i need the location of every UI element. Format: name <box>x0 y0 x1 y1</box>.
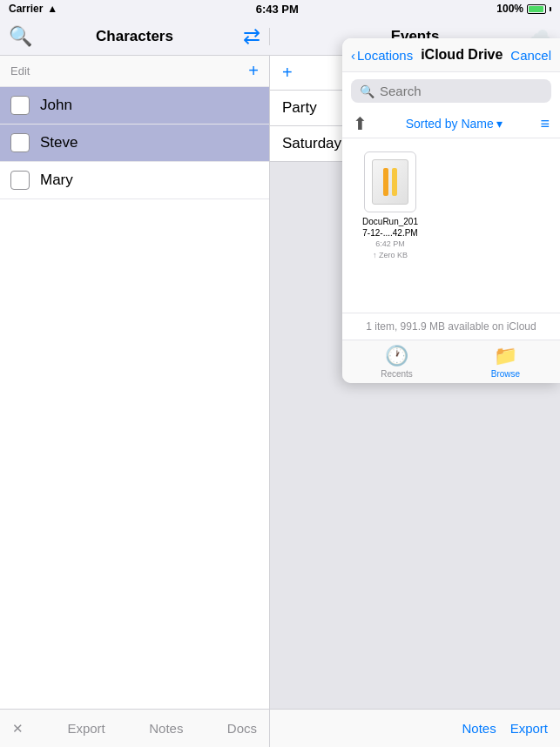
chevron-left-icon: ‹ <box>351 56 355 63</box>
battery-icon <box>527 4 546 14</box>
browse-label: Browse <box>491 369 520 379</box>
stripe-orange <box>383 168 388 196</box>
character-item[interactable]: Steve <box>0 124 269 162</box>
character-checkbox-steve[interactable] <box>10 133 30 152</box>
character-item[interactable]: John <box>0 87 269 124</box>
tab-browse[interactable]: 📁 Browse <box>451 340 560 383</box>
file-meta: 6:42 PM ↑ Zero KB <box>373 239 408 260</box>
file-name: DocuRun_201 7-12-....42.PM <box>362 216 418 239</box>
file-item[interactable]: DocuRun_201 7-12-....42.PM 6:42 PM ↑ Zer… <box>355 151 425 260</box>
notes-button-right[interactable]: Notes <box>462 721 496 736</box>
wifi-icon: ▲ <box>47 3 57 15</box>
stripe-yellow <box>392 168 397 196</box>
character-list: John Steve Mary <box>0 87 269 709</box>
characters-panel: Edit + John Steve Mary <box>0 56 270 709</box>
notes-button-left[interactable]: Notes <box>149 721 183 736</box>
icloud-cancel-button[interactable]: Cancel <box>510 56 551 63</box>
nav-section-left: 🔍 Characters ⇄ <box>0 28 270 45</box>
recents-icon: 🕐 <box>385 345 408 367</box>
icloud-search-bar[interactable]: 🔍 <box>351 79 551 103</box>
close-button[interactable]: ✕ <box>12 721 24 737</box>
icloud-tab-bar: 🕐 Recents 📁 Browse <box>342 340 560 383</box>
status-left: Carrier ▲ <box>9 3 57 15</box>
chevron-down-icon: ▾ <box>496 117 503 131</box>
status-right: 100% <box>496 3 551 15</box>
icloud-back-button[interactable]: ‹ Locations <box>351 56 413 63</box>
battery-tip <box>550 7 551 11</box>
status-bar: Carrier ▲ 6:43 PM 100% <box>0 0 560 17</box>
file-icon <box>364 151 416 212</box>
bottom-left: ✕ Export Notes Docs <box>0 710 270 747</box>
icloud-search-input[interactable] <box>380 84 543 98</box>
list-view-icon[interactable]: ≡ <box>540 115 550 133</box>
icloud-toolbar: ⬆ Sorted by Name ▾ ≡ <box>342 110 560 138</box>
edit-label[interactable]: Edit <box>10 64 30 77</box>
character-item[interactable]: Mary <box>0 162 269 199</box>
recents-label: Recents <box>381 369 413 379</box>
character-checkbox-mary[interactable] <box>10 171 30 190</box>
icloud-drive-panel: ‹ Locations iCloud Drive Cancel 🔍 ⬆ Sort… <box>342 56 560 383</box>
add-character-button[interactable]: + <box>248 61 259 81</box>
character-name-steve: Steve <box>40 134 78 151</box>
icloud-header: ‹ Locations iCloud Drive Cancel <box>342 56 560 72</box>
characters-add-button[interactable]: ⇄ <box>243 24 260 49</box>
back-label: Locations <box>357 56 413 63</box>
sort-button[interactable]: Sorted by Name ▾ <box>406 117 503 131</box>
battery-percent: 100% <box>496 3 523 15</box>
icloud-footer-info: 1 item, 991.9 MB available on iCloud <box>342 313 560 340</box>
content-area: Edit + John Steve Mary <box>0 56 560 709</box>
character-name-john: John <box>40 97 72 114</box>
icloud-files-grid: DocuRun_201 7-12-....42.PM 6:42 PM ↑ Zer… <box>342 138 560 313</box>
characters-panel-header: Edit + <box>0 56 269 87</box>
sort-label: Sorted by Name <box>406 117 494 131</box>
file-stripes <box>383 168 397 196</box>
browse-icon: 📁 <box>494 345 517 367</box>
search-icon: 🔍 <box>360 84 374 98</box>
bottom-bar: ✕ Export Notes Docs Notes Export <box>0 709 560 747</box>
export-button-right[interactable]: Export <box>510 721 548 736</box>
upload-icon[interactable]: ⬆ <box>353 113 368 134</box>
export-button-left[interactable]: Export <box>67 721 105 736</box>
search-icon[interactable]: 🔍 <box>9 25 32 48</box>
character-name-mary: Mary <box>40 172 73 189</box>
bottom-right: Notes Export <box>270 710 560 747</box>
icloud-drive-title: iCloud Drive <box>413 56 510 63</box>
status-time: 6:43 PM <box>256 3 299 16</box>
file-thumbnail <box>372 159 408 205</box>
tab-recents[interactable]: 🕐 Recents <box>342 340 451 383</box>
left-panel-title: Characters <box>0 28 269 45</box>
carrier-label: Carrier <box>9 3 43 15</box>
character-checkbox-john[interactable] <box>10 96 30 115</box>
app-container: 🔍 Characters ⇄ Events ☁️ Edit + John <box>0 17 560 747</box>
docs-label: Docs <box>227 721 257 736</box>
